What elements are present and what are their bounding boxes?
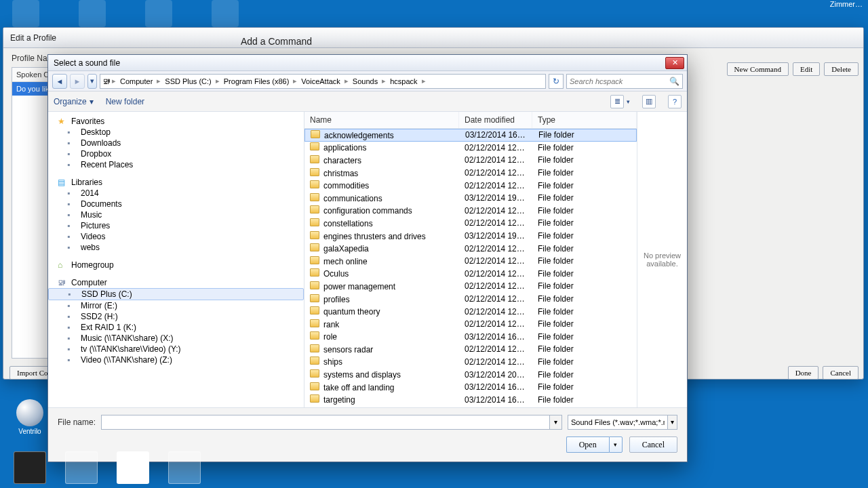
nav-item[interactable]: ▪Music (\\TANK\share) (X:)	[48, 333, 304, 344]
file-row[interactable]: communications03/12/2014 19:00File folde…	[304, 192, 637, 205]
file-row[interactable]: acknowledgements03/12/2014 16:25File fol…	[304, 129, 637, 142]
delete-button[interactable]: Delete	[824, 62, 859, 76]
file-row[interactable]: ships02/12/2014 12:51File folder	[304, 356, 637, 369]
ventrilo-shortcut[interactable]: Ventrilo	[16, 399, 43, 435]
folder-icon	[310, 231, 319, 239]
nav-section[interactable]: ⌂Homegroup	[48, 260, 304, 270]
file-row[interactable]: Oculus02/12/2014 12:51File folder	[304, 268, 637, 281]
nav-item[interactable]: ▪Videos	[48, 231, 304, 242]
chevron-right-icon: ▸	[344, 77, 349, 85]
nav-item[interactable]: ▪webs	[48, 242, 304, 253]
navigation-pane[interactable]: ★Favorites▪Desktop▪Downloads▪Dropbox▪Rec…	[48, 112, 304, 407]
nav-item[interactable]: ▪Pictures	[48, 220, 304, 231]
file-row[interactable]: configuration commands02/12/2014 12:51Fi…	[304, 205, 637, 218]
nav-section[interactable]: 🖳Computer	[48, 277, 304, 288]
nav-item[interactable]: ▪Music	[48, 209, 304, 220]
breadcrumb-segment[interactable]: Sounds	[350, 77, 380, 85]
file-list[interactable]: Name Date modified Type acknowledgements…	[304, 112, 637, 407]
nav-item[interactable]: ▪SSD Plus (C:)	[48, 288, 304, 300]
nav-section[interactable]: ★Favorites	[48, 116, 304, 127]
nav-item[interactable]: ▪Desktop	[48, 127, 304, 138]
file-row[interactable]: role03/12/2014 16:49File folder	[304, 331, 637, 344]
file-row[interactable]: power management02/12/2014 12:51File fol…	[304, 280, 637, 293]
folder-icon	[310, 369, 319, 378]
folder-icon	[310, 357, 319, 365]
filename-input[interactable]	[101, 415, 550, 430]
file-row[interactable]: galaXapedia02/12/2014 12:51File folder	[304, 242, 637, 255]
organize-menu[interactable]: Organize ▾	[54, 97, 94, 106]
edit-button[interactable]: Edit	[793, 62, 820, 76]
new-folder-button[interactable]: New folder	[106, 97, 144, 106]
nav-section[interactable]: ▤Libraries	[48, 177, 304, 188]
view-dropdown-icon[interactable]: ▾	[627, 98, 630, 105]
close-icon[interactable]: ✕	[665, 57, 684, 69]
folder-icon	[310, 306, 319, 314]
folder-icon	[310, 382, 319, 390]
column-type[interactable]: Type	[532, 112, 637, 128]
folder-icon	[310, 256, 319, 264]
file-row[interactable]: characters02/12/2014 12:51File folder	[304, 154, 637, 167]
preview-pane-icon[interactable]: ▥	[642, 95, 656, 108]
desktop-lower-icons	[14, 451, 201, 484]
file-row[interactable]: constellations02/12/2014 12:51File folde…	[304, 217, 637, 230]
column-name[interactable]: Name	[304, 112, 459, 128]
filename-dropdown-icon[interactable]: ▾	[550, 415, 562, 430]
breadcrumb-segment[interactable]: Program Files (x86)	[221, 77, 292, 85]
open-button[interactable]: Open	[566, 436, 609, 453]
file-row[interactable]: rank02/12/2014 12:51File folder	[304, 318, 637, 331]
open-file-dialog: Select a sound file ✕ ◄ ► ▾ 🖳▸Computer▸S…	[47, 54, 688, 462]
breadcrumb-segment[interactable]: SSD Plus (C:)	[162, 77, 214, 85]
file-row[interactable]: applications02/12/2014 12:51File folder	[304, 142, 637, 155]
chevron-right-icon: ▸	[157, 77, 161, 85]
nav-item[interactable]: ▪Video (\\TANK\share) (Z:)	[48, 354, 304, 365]
nav-back-button[interactable]: ◄	[52, 74, 67, 89]
file-row[interactable]: engines thrusters and drives03/12/2014 1…	[304, 230, 637, 243]
nav-dropdown-button[interactable]: ▾	[87, 74, 97, 89]
help-icon[interactable]: ?	[668, 95, 682, 108]
done-button[interactable]: Done	[788, 366, 819, 380]
new-command-button[interactable]: New Command	[727, 62, 789, 76]
nav-item[interactable]: ▪SSD2 (H:)	[48, 311, 304, 322]
folder-icon	[310, 168, 319, 176]
file-row[interactable]: systems and displays03/12/2014 20:24File…	[304, 368, 637, 381]
chevron-right-icon: ▸	[216, 77, 220, 85]
folder-icon	[310, 294, 319, 302]
open-split-dropdown[interactable]: ▾	[609, 436, 623, 453]
folder-icon	[310, 281, 319, 289]
file-row[interactable]: sensors radar02/12/2014 12:51File folder	[304, 343, 637, 356]
chevron-right-icon: ▸	[293, 77, 297, 85]
nav-forward-button[interactable]: ►	[70, 74, 85, 89]
view-menu-icon[interactable]: ≣	[610, 95, 624, 108]
folder-icon	[310, 193, 319, 201]
breadcrumb-segment[interactable]: hcspack	[387, 77, 420, 85]
search-field[interactable]	[570, 77, 669, 85]
column-date[interactable]: Date modified	[459, 112, 532, 128]
folder-icon	[310, 268, 319, 277]
breadcrumb[interactable]: 🖳▸Computer▸SSD Plus (C:)▸Program Files (…	[100, 74, 546, 89]
file-row[interactable]: quantum theory02/12/2014 12:51File folde…	[304, 305, 637, 318]
nav-item[interactable]: ▪Dropbox	[48, 148, 304, 159]
file-row[interactable]: commodities02/12/2014 12:51File folder	[304, 179, 637, 192]
cancel-button[interactable]: Cancel	[629, 436, 677, 453]
filter-dropdown-icon[interactable]: ▾	[668, 415, 677, 430]
breadcrumb-segment[interactable]: Computer	[117, 77, 155, 85]
file-row[interactable]: take off and landing03/12/2014 16:48File…	[304, 381, 637, 394]
nav-item[interactable]: ▪Recent Places	[48, 159, 304, 170]
breadcrumb-segment[interactable]: VoiceAttack	[298, 77, 342, 85]
nav-item[interactable]: ▪Downloads	[48, 138, 304, 148]
filter-combo[interactable]	[568, 415, 668, 430]
nav-item[interactable]: ▪tv (\\TANK\share\Video) (Y:)	[48, 344, 304, 354]
folder-icon	[310, 331, 319, 340]
file-row[interactable]: targeting03/12/2014 16:32File folder	[304, 393, 637, 406]
cancel-profile-button[interactable]: Cancel	[823, 366, 859, 380]
chevron-right-icon: ▸	[382, 77, 386, 85]
file-row[interactable]: mech online02/12/2014 12:51File folder	[304, 255, 637, 268]
file-row[interactable]: christmas02/12/2014 12:51File folder	[304, 167, 637, 180]
nav-item[interactable]: ▪2014	[48, 188, 304, 199]
file-row[interactable]: profiles02/12/2014 12:51File folder	[304, 293, 637, 306]
refresh-icon[interactable]: ↻	[549, 74, 564, 89]
nav-item[interactable]: ▪Documents	[48, 199, 304, 209]
nav-item[interactable]: ▪Mirror (E:)	[48, 300, 304, 311]
search-input[interactable]: 🔍	[566, 74, 683, 89]
nav-item[interactable]: ▪Ext RAID 1 (K:)	[48, 322, 304, 333]
